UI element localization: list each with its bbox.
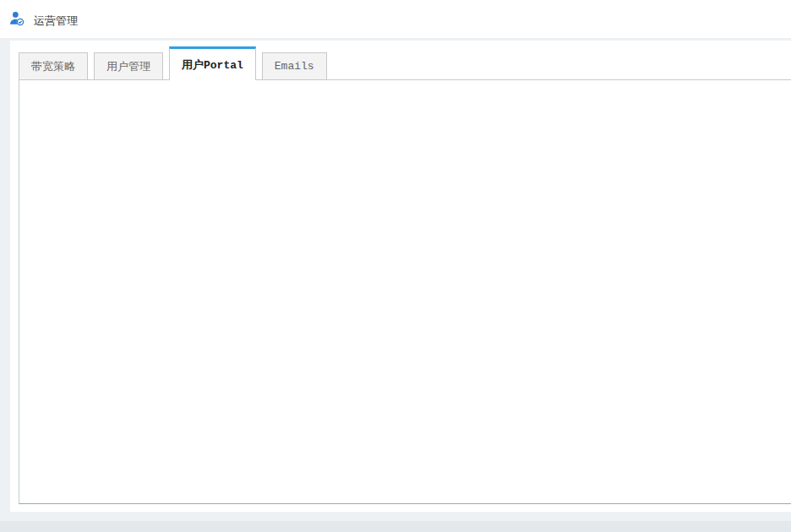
tab-bandwidth-policy[interactable]: 带宽策略 — [19, 52, 88, 80]
tab-emails[interactable]: Emails — [262, 52, 327, 80]
tab-bar: 带宽策略 用户管理 用户Portal Emails — [19, 46, 333, 80]
page-title: 运营管理 — [34, 14, 78, 29]
tab-user-management[interactable]: 用户管理 — [94, 52, 163, 80]
tab-user-portal[interactable]: 用户Portal — [169, 46, 256, 80]
page: 运营管理 带宽策略 用户管理 用户Portal Emails 是否启用: 启用 … — [0, 0, 791, 532]
user-check-icon — [8, 10, 25, 27]
tab-content-panel — [19, 79, 791, 504]
footer-strip — [0, 521, 791, 532]
top-bar: 运营管理 — [0, 0, 791, 38]
